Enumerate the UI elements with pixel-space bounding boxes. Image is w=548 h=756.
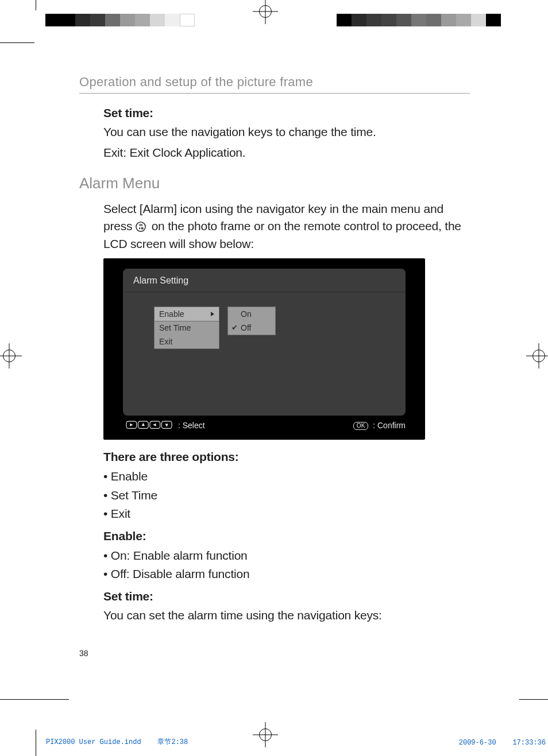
slug-section: 章节2:38	[157, 738, 188, 746]
svg-rect-4	[142, 227, 143, 230]
set-time2-text: You can set the alarm time using the nav…	[103, 607, 470, 624]
lcd-footer-right: OK : Confirm	[353, 421, 406, 430]
color-bar-right	[337, 14, 501, 26]
lcd-menu-item-enable[interactable]: Enable	[154, 307, 219, 321]
lcd-footer-left: : Select	[123, 421, 205, 430]
svg-marker-9	[130, 424, 133, 427]
section-title-alarm-menu: Alarm Menu	[79, 175, 470, 192]
set-time-line2: Exit: Exit Clock Application.	[103, 144, 470, 161]
running-head: Operation and setup of the picture frame	[79, 75, 470, 94]
set-time2-heading: Set time:	[103, 590, 470, 603]
list-item: Enable	[103, 467, 470, 486]
trim-rule	[0, 699, 69, 700]
enable-list: On: Enable alarm function Off: Disable a…	[103, 546, 470, 584]
lcd-confirm-label: : Confirm	[373, 421, 406, 430]
crosshair-right-icon	[526, 343, 548, 369]
ok-play-icon: OK	[136, 219, 146, 230]
lcd-menu-label: Enable	[159, 309, 184, 319]
lcd-screenshot: Alarm Setting Enable Set Time Exit On	[103, 258, 425, 440]
crosshair-left-icon	[0, 343, 22, 369]
trim-rule	[36, 0, 36, 10]
lcd-option-off[interactable]: ✔ Off	[228, 321, 275, 335]
lcd-title: Alarm Setting	[123, 269, 406, 292]
color-bar-left	[45, 14, 195, 26]
svg-text:OK: OK	[139, 224, 143, 227]
page-number: 38	[79, 649, 88, 658]
svg-marker-12	[165, 424, 168, 427]
list-item: Set Time	[103, 486, 470, 505]
lcd-footer: : Select OK : Confirm	[123, 419, 406, 432]
lcd-option-list: On ✔ Off	[227, 307, 276, 335]
crosshair-bottom-icon	[253, 722, 278, 747]
lcd-select-label: : Select	[178, 421, 205, 430]
slug-file: PIX2000 User Guide.indd	[46, 738, 141, 746]
trim-rule	[0, 42, 34, 43]
lcd-menu-item-exit[interactable]: Exit	[155, 335, 219, 348]
enable-heading: Enable:	[103, 529, 470, 543]
slug-left: PIX2000 User Guide.indd 章节2:38	[46, 737, 188, 747]
set-time-heading: Set time:	[103, 106, 470, 120]
slug-right: 2009-6-30 17:33:36	[459, 739, 546, 747]
lcd-menu-list: Enable Set Time Exit	[154, 307, 219, 349]
list-item: Exit	[103, 505, 470, 524]
svg-marker-11	[153, 424, 156, 427]
page-content: Operation and setup of the picture frame…	[79, 75, 470, 627]
list-item: Off: Disable alarm function	[103, 565, 470, 584]
chevron-right-icon	[211, 312, 214, 316]
options-list: Enable Set Time Exit	[103, 467, 470, 524]
lcd-menu-label: Set Time	[159, 323, 191, 332]
ok-key-icon: OK	[353, 422, 368, 430]
lcd-menu-label: Exit	[159, 337, 172, 346]
trim-rule	[519, 699, 548, 700]
lcd-option-label: Off	[241, 323, 251, 332]
lcd-panel: Alarm Setting Enable Set Time Exit On	[123, 269, 406, 416]
svg-marker-2	[139, 227, 141, 230]
svg-rect-3	[141, 227, 142, 230]
lcd-menu-item-settime[interactable]: Set Time	[155, 321, 219, 335]
alarm-intro-paragraph: Select [Alarm] icon using the navigator …	[103, 200, 470, 253]
set-time-line1: You can use the navigation keys to chang…	[103, 123, 470, 141]
svg-marker-10	[142, 423, 145, 426]
slug-date: 2009-6-30	[459, 739, 496, 747]
slug-time: 17:33:36	[512, 739, 546, 747]
list-item: On: Enable alarm function	[103, 546, 470, 565]
lcd-option-on[interactable]: On	[228, 307, 275, 321]
intro-post: on the photo frame or on the remote cont…	[103, 219, 461, 250]
options-heading: There are three options:	[103, 450, 470, 464]
check-icon: ✔	[231, 323, 238, 333]
trim-rule	[36, 730, 36, 756]
crosshair-top-icon	[253, 0, 278, 24]
lcd-option-label: On	[241, 309, 252, 319]
